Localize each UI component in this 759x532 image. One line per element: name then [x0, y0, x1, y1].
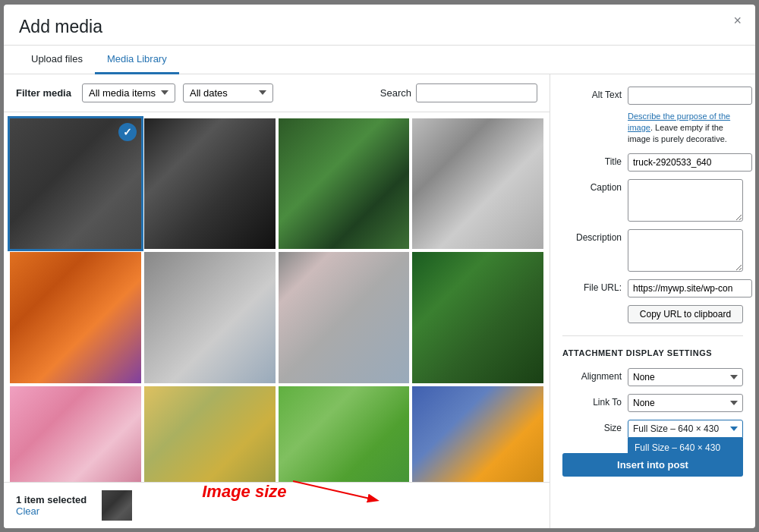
alt-text-row: Alt Text	[562, 87, 743, 106]
media-item[interactable]	[279, 118, 410, 250]
media-item[interactable]	[279, 386, 410, 482]
media-item[interactable]	[412, 386, 543, 482]
image-size-annotation: Image size	[202, 482, 286, 502]
media-item[interactable]	[10, 252, 141, 383]
caption-row: Caption	[562, 179, 743, 222]
modal-body: Filter media All media items Images Audi…	[4, 74, 755, 528]
media-item[interactable]	[10, 386, 141, 482]
link-to-select[interactable]: None Media File Attachment Page Custom U…	[628, 394, 743, 412]
alt-text-label: Alt Text	[562, 87, 622, 100]
search-wrap: Search	[380, 83, 537, 102]
alt-text-input[interactable]	[628, 87, 752, 105]
divider	[562, 335, 743, 336]
modal: Add media × Upload files Media Library F…	[4, 5, 755, 528]
title-label: Title	[562, 153, 622, 167]
alt-text-hint[interactable]: Describe the purpose of the image. Leave…	[628, 111, 743, 146]
selected-thumbnail	[102, 490, 132, 521]
selected-count: 1 item selected	[16, 494, 87, 505]
modal-tabs: Upload files Media Library	[4, 46, 755, 74]
date-filter[interactable]: All dates January 2024 February 2024	[183, 83, 273, 102]
file-url-row: File URL:	[562, 279, 743, 297]
media-item[interactable]: ✓	[10, 118, 141, 250]
media-grid-wrap[interactable]: ✓	[4, 112, 550, 482]
alignment-select[interactable]: None Left Center Right	[628, 368, 743, 386]
modal-header: Add media ×	[4, 5, 755, 46]
media-item[interactable]	[144, 118, 276, 250]
media-item[interactable]	[144, 252, 276, 383]
search-input[interactable]	[416, 83, 537, 102]
close-button[interactable]: ×	[730, 14, 745, 27]
tab-media-library[interactable]: Media Library	[95, 46, 179, 74]
attachment-settings-title: ATTACHMENT DISPLAY SETTINGS	[562, 348, 743, 357]
footer-left: 1 item selected Clear	[16, 494, 87, 517]
media-item[interactable]	[412, 252, 543, 383]
modal-title: Add media	[19, 17, 102, 45]
media-item[interactable]	[144, 386, 276, 482]
size-trigger[interactable]: Full Size – 640 × 430	[628, 420, 743, 438]
tab-upload-files[interactable]: Upload files	[19, 46, 95, 74]
selected-check: ✓	[118, 123, 137, 141]
copy-url-button[interactable]: Copy URL to clipboard	[628, 305, 743, 323]
title-input[interactable]	[628, 153, 752, 172]
media-item[interactable]	[412, 118, 543, 250]
search-label: Search	[380, 87, 411, 99]
file-url-label: File URL:	[562, 279, 622, 293]
link-to-row: Link To None Media File Attachment Page …	[562, 394, 743, 412]
link-to-label: Link To	[562, 394, 622, 408]
size-row: Size Full Size – 640 × 430 Full Size – 6…	[562, 420, 743, 438]
media-footer: 1 item selected Clear Image size	[4, 482, 550, 528]
description-label: Description	[562, 229, 622, 243]
clear-link[interactable]: Clear	[16, 505, 87, 517]
copy-url-spacer	[562, 305, 622, 308]
media-grid: ✓	[10, 118, 543, 482]
size-label: Size	[562, 420, 622, 433]
alt-text-hint-row: Describe the purpose of the image. Leave…	[562, 111, 743, 146]
media-type-filter[interactable]: All media items Images Audio Video	[82, 83, 175, 102]
alignment-label: Alignment	[562, 368, 622, 382]
alt-text-spacer	[562, 111, 622, 114]
copy-url-row: Copy URL to clipboard	[562, 305, 743, 323]
svg-line-0	[293, 481, 376, 500]
file-url-input[interactable]	[628, 279, 752, 297]
filter-label: Filter media	[16, 87, 71, 99]
title-row: Title	[562, 153, 743, 172]
filter-bar: Filter media All media items Images Audi…	[4, 74, 550, 112]
caption-textarea[interactable]	[628, 179, 743, 222]
size-dropdown-wrap: Full Size – 640 × 430 Full Size – 640 × …	[628, 420, 743, 438]
arrow-svg	[293, 474, 384, 504]
size-option-fullsize[interactable]: Full Size – 640 × 430	[628, 438, 742, 458]
modal-overlay: Add media × Upload files Media Library F…	[0, 0, 759, 532]
caption-label: Caption	[562, 179, 622, 193]
description-row: Description	[562, 229, 743, 272]
description-textarea[interactable]	[628, 229, 743, 272]
media-item[interactable]	[279, 252, 410, 383]
media-panel: Filter media All media items Images Audi…	[4, 74, 550, 528]
size-dropdown: Full Size – 640 × 430	[628, 438, 743, 458]
right-panel: Alt Text Describe the purpose of the ima…	[550, 74, 755, 528]
alignment-row: Alignment None Left Center Right	[562, 368, 743, 386]
